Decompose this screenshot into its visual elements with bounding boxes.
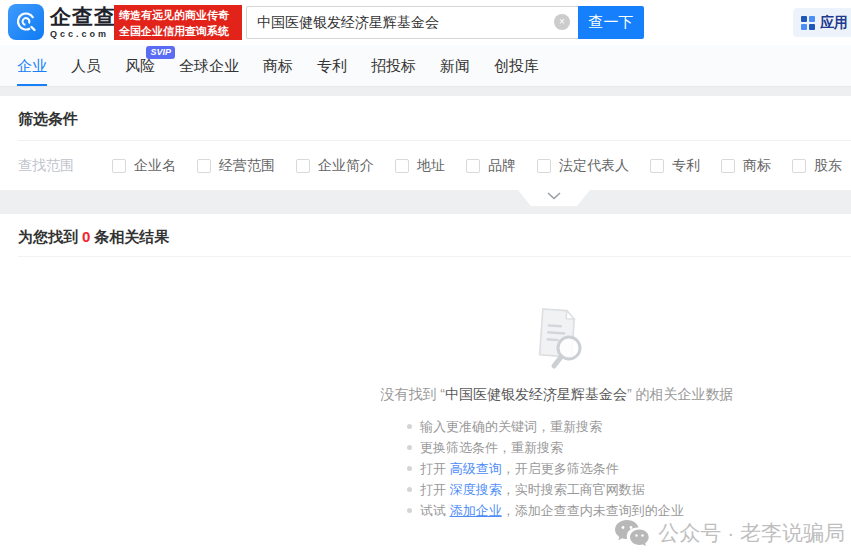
add-company-link[interactable]: 添加企业 (450, 503, 502, 518)
checkbox-icon (112, 159, 126, 173)
wechat-icon (614, 518, 650, 548)
brand-name: 企查查 (50, 6, 116, 27)
slogan-line1: 缔造有远见的商业传奇 (119, 7, 237, 23)
checkbox-icon (466, 159, 480, 173)
checkbox-icon (537, 159, 551, 173)
tab-global-enterprise[interactable]: 全球企业 (179, 45, 239, 86)
checkbox-icon (296, 159, 310, 173)
checkbox-address[interactable]: 地址 (395, 157, 445, 175)
filter-panel: 筛选条件 查找范围 企业名 经营范围 企业简介 地址 品牌 法定代表人 (0, 96, 851, 190)
expand-filters-button[interactable] (518, 190, 590, 206)
tab-vc-library[interactable]: 创投库 (494, 45, 539, 86)
apps-button[interactable]: 应用 ▼ (793, 8, 851, 37)
scope-label: 查找范围 (18, 157, 74, 175)
tab-enterprise[interactable]: 企业 (17, 45, 47, 86)
checkbox-icon (197, 159, 211, 173)
search-bar: × 查一下 (246, 6, 644, 39)
checkbox-legal-representative[interactable]: 法定代表人 (537, 157, 629, 175)
checkbox-business-scope[interactable]: 经营范围 (197, 157, 275, 175)
search-scope-row: 查找范围 企业名 经营范围 企业简介 地址 品牌 法定代表人 专利 (18, 154, 851, 178)
suggestion-item: 打开 高级查询，开启更多筛选条件 (407, 458, 707, 479)
slogan-banner: 缔造有远见的商业传奇 全国企业信用查询系统 (114, 5, 242, 40)
svip-badge: SVIP (146, 46, 175, 59)
slogan-line2: 全国企业信用查询系统 (119, 23, 237, 39)
qcc-logo[interactable]: 企查查 Qcc.com (8, 4, 116, 40)
apps-grid-icon (801, 16, 815, 30)
tab-news[interactable]: 新闻 (440, 45, 470, 86)
clear-search-icon[interactable]: × (554, 14, 570, 30)
tab-bidding[interactable]: 招投标 (371, 45, 416, 86)
checkbox-brand[interactable]: 品牌 (466, 157, 516, 175)
watermark-text: 公众号 · 老李说骗局 (658, 519, 845, 547)
checkbox-icon (721, 159, 735, 173)
chevron-down-icon (547, 192, 561, 200)
suggestions-list: 输入更准确的关键词，重新搜索 更换筛选条件，重新搜索 打开 高级查询，开启更多筛… (407, 416, 707, 521)
checkbox-trademark[interactable]: 商标 (721, 157, 771, 175)
checkbox-company-profile[interactable]: 企业简介 (296, 157, 374, 175)
checkbox-icon (395, 159, 409, 173)
divider (18, 140, 851, 141)
results-count-number: 0 (78, 228, 94, 245)
suggestion-item: 输入更准确的关键词，重新搜索 (407, 416, 707, 437)
divider (18, 256, 851, 257)
watermark: 公众号 · 老李说骗局 (614, 518, 845, 548)
results-panel: 为您找到0条相关结果 没有找到 “中国医健银发经济星辉基金会” 的相关企业数据 (0, 214, 851, 560)
apps-label: 应用 (820, 14, 848, 32)
tab-personnel[interactable]: 人员 (71, 45, 101, 86)
brand-domain: Qcc.com (50, 30, 116, 39)
suggestion-item: 更换筛选条件，重新搜索 (407, 437, 707, 458)
no-results-message: 没有找到 “中国医健银发经济星辉基金会” 的相关企业数据 (377, 386, 737, 404)
qcc-logo-icon (8, 4, 44, 40)
empty-state: 没有找到 “中国医健银发经济星辉基金会” 的相关企业数据 输入更准确的关键词，重… (377, 302, 737, 521)
no-results-illustration (521, 302, 593, 380)
main-nav: 企业 人员 风险 SVIP 全球企业 商标 专利 招投标 新闻 创投库 (0, 45, 851, 87)
brand-text: 企查查 Qcc.com (50, 6, 116, 39)
deep-search-link[interactable]: 深度搜索 (450, 482, 502, 497)
checkbox-company-name[interactable]: 企业名 (112, 157, 176, 175)
results-count: 为您找到0条相关结果 (18, 228, 169, 247)
search-keyword: 中国医健银发经济星辉基金会 (445, 386, 627, 402)
tab-trademark[interactable]: 商标 (263, 45, 293, 86)
filter-title: 筛选条件 (18, 110, 78, 129)
search-button[interactable]: 查一下 (578, 6, 644, 39)
search-input[interactable] (246, 6, 578, 39)
checkbox-icon (650, 159, 664, 173)
checkbox-patent[interactable]: 专利 (650, 157, 700, 175)
advanced-search-link[interactable]: 高级查询 (450, 461, 502, 476)
header: 企查查 Qcc.com 缔造有远见的商业传奇 全国企业信用查询系统 × 查一下 … (0, 0, 851, 45)
suggestion-item: 打开 深度搜索，实时搜索工商官网数据 (407, 479, 707, 500)
checkbox-shareholder[interactable]: 股东 (792, 157, 842, 175)
checkbox-icon (792, 159, 806, 173)
tab-risk[interactable]: 风险 SVIP (125, 45, 155, 86)
tab-patent[interactable]: 专利 (317, 45, 347, 86)
